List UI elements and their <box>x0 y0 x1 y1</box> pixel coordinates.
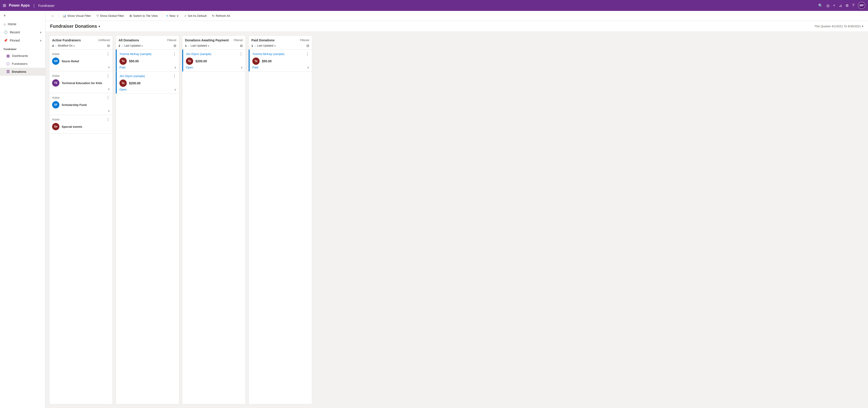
date-filter[interactable]: This Quarter 4/1/2021 To 6/30/2021 ▾ <box>814 25 863 28</box>
cmd-sep-1 <box>162 13 162 19</box>
donation-expand-yvonne[interactable]: ∨ <box>174 66 176 69</box>
donation-card-yvonne: Yvonne McKay (sample) ⋮ Te $50.00 Paid ∨ <box>116 49 179 72</box>
fundraiser-card-scholarship: Active ⋮ SF Scholarship Fund ∨ <box>50 93 113 115</box>
paid-expand-yvonne[interactable]: ∨ <box>307 66 309 69</box>
command-bar: ← 📊 Show Visual Filter ▽ Show Global Fil… <box>45 11 868 21</box>
set-default-button[interactable]: ✓ Set As Default <box>182 13 209 19</box>
col-header-paid-donations: Paid Donations Filtered 1 ↓ Last Updated… <box>249 36 312 49</box>
donation-contact-yvonne[interactable]: Yvonne McKay (sample) <box>119 52 152 56</box>
new-button[interactable]: + New ∨ <box>164 13 181 19</box>
sidebar-item-dashboards[interactable]: ▦ Dashboards <box>0 52 45 60</box>
user-avatar[interactable]: MP <box>858 2 865 9</box>
awaiting-contact-jim[interactable]: Jim Glynn (sample) <box>186 52 211 56</box>
sidebar-item-donations[interactable]: ☰ Donations <box>0 68 45 76</box>
content-area: ← 📊 Show Visual Filter ▽ Show Global Fil… <box>45 11 868 408</box>
view-toggle-1[interactable]: ⊟ <box>174 44 176 47</box>
kanban-col-paid-donations: Paid Donations Filtered 1 ↓ Last Updated… <box>248 35 312 404</box>
card-expand-tech-ed[interactable]: ∨ <box>108 88 110 91</box>
cards-all-donations: Yvonne McKay (sample) ⋮ Te $50.00 Paid ∨ <box>116 49 179 404</box>
donation-expand-jim[interactable]: ∨ <box>174 88 176 91</box>
checklist-icon[interactable]: ◎ <box>826 3 830 8</box>
card-name-storm-relief: Storm Relief <box>62 60 79 63</box>
col-count-awaiting-payment: 1 <box>185 44 187 47</box>
donation-contact-jim[interactable]: Jim Glynn (sample) <box>119 74 145 78</box>
set-default-label: Set As Default <box>188 14 207 18</box>
sort-field-awaiting-payment[interactable]: Last Updated ∨ <box>191 44 209 47</box>
col-filter-awaiting-payment: Filtered <box>234 39 243 42</box>
card-more-special-events[interactable]: ⋮ <box>106 117 110 122</box>
avatar-awaiting-jim: Te <box>186 58 193 65</box>
col-title-all-donations: All Donations <box>119 38 139 42</box>
sidebar-item-recent[interactable]: 🕐 Recent ∨ <box>0 28 45 36</box>
col-title-awaiting-payment: Donations Awaiting Payment <box>185 38 229 42</box>
grid-icon[interactable]: ⊞ <box>3 3 6 8</box>
show-visual-filter-button[interactable]: 📊 Show Visual Filter <box>60 13 93 19</box>
sort-field-active-fundraisers[interactable]: Modified On ∨ <box>58 44 75 47</box>
sort-field-paid-donations[interactable]: Last Updated ∨ <box>257 44 276 47</box>
settings-icon[interactable]: ⚙ <box>845 3 849 8</box>
sidebar-toggle[interactable]: ≡ <box>0 11 45 20</box>
avatar-yvonne: Te <box>119 58 127 65</box>
dashboard-icon: ▦ <box>6 54 10 58</box>
sort-arrow-3: ↓ <box>254 44 256 47</box>
sort-arrow-1: ↓ <box>122 44 123 47</box>
card-name-tech-ed: Technical Education for Kids <box>62 81 102 85</box>
switch-tile-view-button[interactable]: ⊞ Switch to Tile View <box>127 13 160 19</box>
back-button[interactable]: ← <box>49 13 56 19</box>
awaiting-expand-jim[interactable]: ∨ <box>241 66 243 69</box>
card-more-awaiting-jim[interactable]: ⋮ <box>239 52 243 56</box>
sidebar-item-home[interactable]: ⌂ Home <box>0 20 45 28</box>
card-more-tech-ed[interactable]: ⋮ <box>106 74 110 78</box>
card-status-special-events: Active <box>52 118 60 121</box>
col-title-active-fundraisers: Active Fundraisers <box>52 38 81 42</box>
sidebar-fundraisers-label: Fundraisers <box>12 62 28 65</box>
cards-awaiting-payment: Jim Glynn (sample) ⋮ Te $200.00 Open ∨ <box>182 49 246 404</box>
card-status-tech-ed: Active <box>52 74 60 77</box>
new-label: New <box>169 14 176 18</box>
sort-field-chevron-2: ∨ <box>208 44 209 47</box>
refresh-all-label: Refresh All <box>216 14 230 18</box>
sidebar-pinned-label: Pinned <box>10 39 20 42</box>
sidebar-section-fundraiser: Fundraiser <box>0 44 45 52</box>
show-global-filter-button[interactable]: ▽ Show Global Filter <box>94 13 126 19</box>
page-title: Fundraiser Donations <box>50 24 97 29</box>
card-more-scholarship[interactable]: ⋮ <box>106 96 110 100</box>
card-more-yvonne[interactable]: ⋮ <box>173 52 176 56</box>
donation-amount-yvonne: $50.00 <box>129 59 139 63</box>
view-toggle-2[interactable]: ⊟ <box>240 44 243 47</box>
search-icon[interactable]: 🔍 <box>818 3 823 8</box>
new-plus-icon: + <box>166 14 168 18</box>
refresh-all-button[interactable]: ↻ Refresh All <box>210 13 232 19</box>
add-icon[interactable]: + <box>833 3 835 7</box>
help-icon[interactable]: ? <box>852 3 854 7</box>
card-expand-scholarship[interactable]: ∨ <box>108 109 110 112</box>
col-header-awaiting-payment: Donations Awaiting Payment Filtered 1 ↓ … <box>182 36 246 49</box>
view-toggle-3[interactable]: ⊟ <box>307 44 309 47</box>
sort-field-all-donations[interactable]: Last Updated ∨ <box>124 44 143 47</box>
card-expand-storm-relief[interactable]: ∨ <box>108 66 110 69</box>
sidebar-item-fundraisers[interactable]: ⬡ Fundraisers <box>0 60 45 68</box>
global-filter-icon: ▽ <box>96 14 99 18</box>
tile-view-icon: ⊞ <box>129 14 132 18</box>
card-name-special-events: Special events <box>62 125 82 128</box>
date-filter-label: This Quarter 4/1/2021 To 6/30/2021 <box>814 25 861 28</box>
card-more-jim[interactable]: ⋮ <box>173 74 176 78</box>
avatar-scholarship: SF <box>52 101 59 108</box>
filter-icon[interactable]: ⊿ <box>839 3 842 8</box>
card-more-storm-relief[interactable]: ⋮ <box>106 52 110 56</box>
col-filter-active-fundraisers: Unfiltered <box>98 39 110 42</box>
col-filter-paid-donations: Filtered <box>300 39 309 42</box>
page-title-chevron[interactable]: ▾ <box>98 25 100 28</box>
card-more-paid-yvonne[interactable]: ⋮ <box>306 52 309 56</box>
view-toggle-0[interactable]: ⊟ <box>107 44 110 47</box>
col-count-active-fundraisers: 4 <box>52 44 54 47</box>
paid-card-yvonne: Yvonne McKay (sample) ⋮ Te $50.00 Paid ∨ <box>249 49 312 72</box>
sort-arrow-2: ↓ <box>188 44 189 47</box>
recent-chevron: ∨ <box>40 31 42 34</box>
main-layout: ≡ ⌂ Home 🕐 Recent ∨ 📌 Pinned ∨ Fundraise… <box>0 11 868 408</box>
sidebar-item-pinned[interactable]: 📌 Pinned ∨ <box>0 36 45 44</box>
brand-label: Power Apps <box>9 3 30 7</box>
awaiting-status-jim: Open <box>186 66 193 69</box>
paid-contact-yvonne[interactable]: Yvonne McKay (sample) <box>252 52 284 56</box>
col-filter-all-donations: Filtered <box>167 39 176 42</box>
